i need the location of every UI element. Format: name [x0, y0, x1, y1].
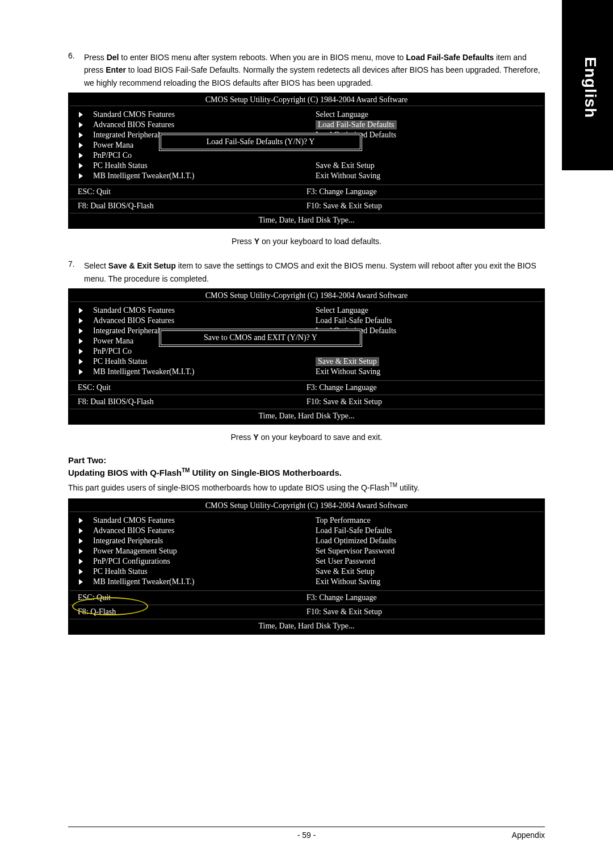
bios-menu-item[interactable]: PC Health Status: [79, 161, 301, 171]
step-number: 6.: [68, 51, 84, 89]
bios-menu-item[interactable]: Set Supervisor Password: [316, 546, 538, 556]
triangle-icon: [79, 163, 83, 169]
bios-menu-item[interactable]: PC Health Status: [79, 357, 301, 367]
triangle-icon: [79, 153, 83, 158]
bios-menu-item[interactable]: Select Language: [316, 110, 538, 120]
bios-menu-item[interactable]: MB Intelligent Tweaker(M.I.T.): [79, 367, 301, 377]
triangle-icon: [79, 579, 83, 585]
bios-footer-row1: ESC: QuitF3: Change Language: [70, 591, 543, 605]
bios-left-col: Standard CMOS FeaturesAdvanced BIOS Feat…: [70, 512, 306, 590]
bios-menu-item[interactable]: MB Intelligent Tweaker(M.I.T.): [79, 171, 301, 181]
triangle-icon: [79, 318, 83, 324]
bios-menu-item[interactable]: Save & Exit Setup: [316, 567, 538, 577]
step-text: Press Del to enter BIOS menu after syste…: [84, 51, 545, 89]
bios-menu-item[interactable]: Load Fail-Safe Defaults: [316, 526, 538, 536]
bios-menu-item[interactable]: Top Performance: [316, 515, 538, 526]
bios-menu-item[interactable]: Advanced BIOS Features: [79, 526, 301, 536]
step-6: 6. Press Del to enter BIOS menu after sy…: [68, 51, 545, 89]
bios-menu-item[interactable]: Exit Without Saving: [316, 171, 538, 181]
bios-menu-item[interactable]: Save & Exit Setup: [316, 357, 538, 367]
bios-screenshot-2: CMOS Setup Utility-Copyright (C) 1984-20…: [68, 288, 545, 425]
bios-body: Standard CMOS FeaturesAdvanced BIOS Feat…: [70, 106, 543, 185]
triangle-icon: [79, 569, 83, 575]
triangle-icon: [79, 338, 83, 344]
part-two-heading: Part Two:: [68, 455, 545, 465]
bios-body: Standard CMOS FeaturesAdvanced BIOS Feat…: [70, 512, 543, 591]
triangle-icon: [79, 349, 83, 354]
part-two-body: This part guides users of single-BIOS mo…: [68, 481, 545, 494]
bios-menu-item[interactable]: Advanced BIOS Features: [79, 120, 301, 130]
step-number: 7.: [68, 259, 84, 285]
bios-footer-row1: ESC: QuitF3: Change Language: [70, 185, 543, 199]
triangle-icon: [79, 559, 83, 564]
bios-menu-item[interactable]: PC Health Status: [79, 567, 301, 577]
bios-menu-item[interactable]: Save & Exit Setup: [316, 161, 538, 171]
triangle-icon: [79, 308, 83, 313]
page-number: - 59 -: [125, 831, 488, 840]
part-two-subheading: Updating BIOS with Q-FlashTM Utility on …: [68, 467, 545, 477]
bios-menu-item[interactable]: Integrated Peripherals: [79, 536, 301, 546]
bios-menu-item[interactable]: PnP/PCI Configurations: [79, 556, 301, 567]
bios-menu-item[interactable]: Advanced BIOS Features: [79, 316, 301, 326]
triangle-icon: [79, 538, 83, 544]
triangle-icon: [79, 528, 83, 534]
triangle-icon: [79, 369, 83, 375]
bios-screenshot-1: CMOS Setup Utility-Copyright (C) 1984-20…: [68, 93, 545, 229]
bios-menu-item[interactable]: Select Language: [316, 305, 538, 316]
bios-footer-row1: ESC: QuitF3: Change Language: [70, 381, 543, 395]
triangle-icon: [79, 173, 83, 179]
triangle-icon: [79, 359, 83, 364]
bios-dialog[interactable]: Load Fail-Safe Defaults (Y/N)? Y: [161, 135, 360, 149]
bios-title: CMOS Setup Utility-Copyright (C) 1984-20…: [70, 500, 543, 512]
bios-menu-item[interactable]: Standard CMOS Features: [79, 305, 301, 316]
triangle-icon: [79, 142, 83, 148]
bios-screenshot-3: CMOS Setup Utility-Copyright (C) 1984-20…: [68, 498, 545, 635]
triangle-icon: [79, 122, 83, 128]
language-label: English: [581, 57, 599, 118]
bios-menu-item[interactable]: Exit Without Saving: [316, 577, 538, 587]
bios-body: Standard CMOS FeaturesAdvanced BIOS Feat…: [70, 302, 543, 381]
bios-footer-row2: F8: Dual BIOS/Q-FlashF10: Save & Exit Se…: [70, 199, 543, 213]
triangle-icon: [79, 112, 83, 118]
bios-menu-item[interactable]: MB Intelligent Tweaker(M.I.T.): [79, 577, 301, 587]
step-7: 7. Select Save & Exit Setup item to save…: [68, 259, 545, 285]
bios-hint: Time, Date, Hard Disk Type...: [70, 409, 543, 423]
bios-hint: Time, Date, Hard Disk Type...: [70, 213, 543, 227]
caption-1: Press Y on your keyboard to load default…: [68, 237, 545, 246]
bios-menu-item[interactable]: Standard CMOS Features: [79, 515, 301, 526]
bios-menu-item[interactable]: Power Management Setup: [79, 546, 301, 556]
bios-title: CMOS Setup Utility-Copyright (C) 1984-20…: [70, 94, 543, 106]
triangle-icon: [79, 548, 83, 554]
step-text: Select Save & Exit Setup item to save th…: [84, 259, 545, 285]
bios-menu-item[interactable]: Load Optimized Defaults: [316, 536, 538, 546]
page: English 6. Press Del to enter BIOS menu …: [0, 0, 613, 868]
bios-footer-row2: F8: Q-FlashF10: Save & Exit Setup: [70, 605, 543, 619]
bios-hint: Time, Date, Hard Disk Type...: [70, 619, 543, 633]
bios-menu-item[interactable]: Load Fail-Safe Defaults: [316, 120, 538, 130]
bios-menu-item[interactable]: Set User Password: [316, 556, 538, 567]
bios-menu-item[interactable]: Load Fail-Safe Defaults: [316, 316, 538, 326]
triangle-icon: [79, 132, 83, 138]
bios-menu-item[interactable]: Exit Without Saving: [316, 367, 538, 377]
bios-right-col: Top PerformanceLoad Fail-Safe DefaultsLo…: [306, 512, 543, 590]
triangle-icon: [79, 328, 83, 334]
content-area: 6. Press Del to enter BIOS menu after sy…: [0, 0, 613, 635]
bios-footer-row2: F8: Dual BIOS/Q-FlashF10: Save & Exit Se…: [70, 395, 543, 409]
triangle-icon: [79, 518, 83, 523]
bios-title: CMOS Setup Utility-Copyright (C) 1984-20…: [70, 290, 543, 302]
page-footer: - 59 - Appendix: [68, 827, 545, 840]
section-name: Appendix: [488, 831, 545, 840]
caption-2: Press Y on your keyboard to save and exi…: [68, 433, 545, 442]
bios-dialog[interactable]: Save to CMOS and EXIT (Y/N)? Y: [161, 330, 360, 345]
bios-menu-item[interactable]: Standard CMOS Features: [79, 110, 301, 120]
